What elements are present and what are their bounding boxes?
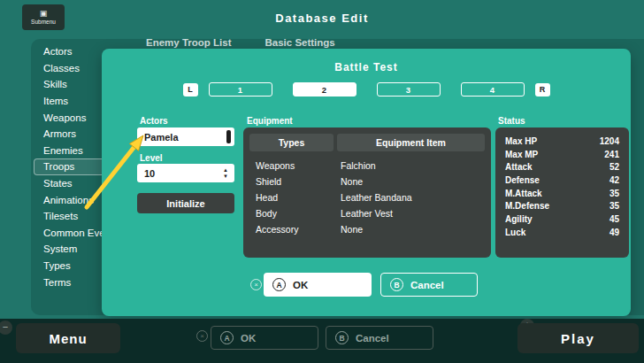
stat-name: Max MP [505,150,538,159]
equipment-panel: Types Equipment Item Weapons Falchion Sh… [243,127,491,258]
party-slot-pager: L 1 2 3 4 R [102,82,631,97]
actors-dropdown-value: Pamela [144,132,179,143]
x-gamepad-icon: × [196,330,208,342]
equipment-item: Leather Bandana [333,192,412,203]
equipment-column-item[interactable]: Equipment Item [337,134,485,151]
stat-row-max-mp: Max MP 241 [495,148,629,161]
tab-enemy-troop-list[interactable]: Enemy Troop List [146,37,232,48]
stat-name: Agility [505,214,533,224]
stat-value: 49 [610,228,619,237]
minus-button-icon: − [0,321,12,335]
equipment-column-types[interactable]: Types [249,134,334,151]
stat-name: Defense [505,175,540,185]
equipment-row-accessory[interactable]: Accessory None [243,221,491,237]
ok-label: OK [293,280,308,290]
b-button-icon: B [390,278,403,291]
page-title: Database Edit [0,12,644,25]
stat-row-defense: Defense 42 [495,174,629,187]
stat-name: M.Attack [505,189,542,198]
b-button-icon: B [335,331,349,344]
ok-label: OK [241,333,256,344]
equipment-row-body[interactable]: Body Leather Vest [243,205,491,221]
stat-value: 45 [610,214,619,224]
equipment-item: None [333,224,363,235]
pager-left-bumper[interactable]: L [183,83,198,97]
cancel-label: Cancel [356,333,389,344]
actors-dropdown[interactable]: Pamela [137,127,234,146]
party-slot-tab-2[interactable]: 2 [293,82,356,97]
equipment-rows: Weapons Falchion Shield None Head Leathe… [243,158,491,237]
stat-name: Max HP [505,136,537,146]
a-button-icon: A [272,278,286,291]
equipment-row-head[interactable]: Head Leather Bandana [243,189,491,205]
stat-value: 42 [610,175,619,185]
stat-row-luck: Luck 49 [495,226,629,239]
cancel-label: Cancel [410,280,444,290]
stat-name: M.Defense [505,201,549,211]
equipment-label: Equipment [247,116,293,126]
stat-name: Luck [505,228,525,237]
troops-tabs: Enemy Troop List Basic Settings [146,37,335,48]
stat-row-m-defense: M.Defense 35 [495,199,629,212]
stat-value: 52 [610,162,619,172]
equipment-row-weapons[interactable]: Weapons Falchion [243,158,491,174]
equipment-row-shield[interactable]: Shield None [243,174,491,189]
equipment-item: None [333,176,363,187]
pager-right-bumper[interactable]: R [535,83,550,97]
status-label: Status [498,116,525,126]
stat-row-attack: Attack 52 [495,160,629,174]
stat-row-agility: Agility 45 [495,212,629,226]
database-edit-screen: ▣ Submenu Database Edit Actors Classes S… [0,0,644,363]
equipment-type: Body [243,208,333,219]
level-value: 10 [144,168,155,179]
dialog-cancel-button[interactable]: B Cancel [380,273,478,297]
level-label: Level [140,153,163,163]
party-slot-tab-1[interactable]: 1 [209,82,272,97]
stat-value: 35 [610,201,619,211]
x-gamepad-icon: × [250,279,262,290]
dropdown-scrollbar[interactable] [226,130,231,143]
battle-test-dialog: Battle Test L 1 2 3 4 R Actors Pamela Le… [102,49,631,316]
stat-row-m-attack: M.Attack 35 [495,187,629,200]
stat-row-max-hp: Max HP 1204 [495,135,629,148]
equipment-type: Accessory [243,224,333,235]
bottom-cancel-button[interactable]: B Cancel [326,326,433,350]
menu-button[interactable]: Menu [16,323,120,353]
level-stepper[interactable]: 10 ▲ ▼ [137,164,234,182]
a-button-icon: A [220,331,234,344]
stat-name: Attack [505,162,533,172]
dialog-ok-button[interactable]: A OK [264,273,372,297]
stepper-arrows: ▲ ▼ [223,167,228,179]
actors-label: Actors [140,116,168,126]
equipment-type: Weapons [243,160,333,171]
stat-value: 35 [610,189,619,198]
stat-value: 1204 [600,136,619,146]
equipment-item: Falchion [333,160,376,171]
play-button[interactable]: Play [518,323,639,353]
stat-value: 241 [604,150,619,159]
equipment-type: Shield [243,176,333,187]
bottom-bar: − Menu × A OK B Cancel + Play [0,319,644,363]
party-slot-tab-3[interactable]: 3 [377,82,441,97]
stepper-down-icon[interactable]: ▼ [223,174,228,180]
dialog-title: Battle Test [102,61,631,73]
bottom-ok-button[interactable]: A OK [211,326,318,350]
party-slot-tab-4[interactable]: 4 [461,82,525,97]
initialize-button[interactable]: Initialize [137,193,234,213]
equipment-item: Leather Vest [333,208,393,219]
equipment-type: Head [243,192,333,203]
tab-basic-settings[interactable]: Basic Settings [265,37,335,48]
status-panel: Max HP 1204 Max MP 241 Attack 52 Defense… [495,127,629,258]
